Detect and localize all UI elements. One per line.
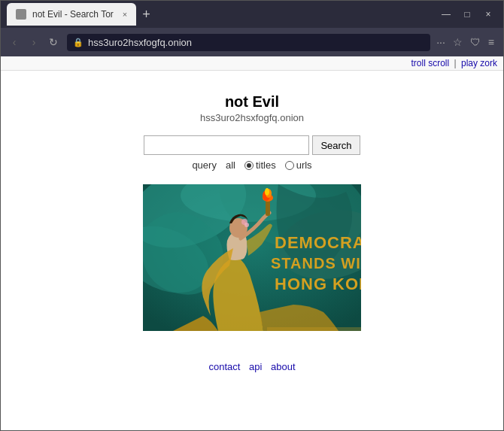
maximize-button[interactable]: □ [461, 9, 473, 20]
search-area: Search query all titles urls [144, 135, 360, 171]
titles-label: titles [256, 159, 276, 171]
search-options: query all titles urls [192, 159, 311, 171]
minimize-button[interactable]: — [440, 9, 452, 20]
svg-rect-9 [266, 199, 270, 216]
link-separator: | [454, 58, 457, 68]
svg-point-8 [244, 223, 249, 227]
tab-title: not Evil - Search Tor [32, 9, 114, 20]
more-button[interactable]: ··· [436, 36, 445, 48]
svg-text:DEMOCRACY: DEMOCRACY [275, 233, 361, 252]
star-button[interactable]: ☆ [453, 36, 463, 48]
address-text: hss3uro2hsxfogfq.onion [88, 37, 192, 48]
window-controls: — □ × [440, 9, 497, 20]
forward-button[interactable]: › [26, 36, 41, 48]
search-button[interactable]: Search [312, 135, 360, 155]
new-tab-button[interactable]: + [142, 7, 150, 23]
footer-links: contact api about [208, 361, 295, 372]
site-url: hss3uro2hsxfogfq.onion [200, 112, 304, 123]
page-content: not Evil hss3uro2hsxfogfq.onion Search q… [1, 71, 503, 430]
nav-buttons: ‹ › ↻ [7, 36, 61, 48]
svg-text:STANDS WITH: STANDS WITH [271, 255, 361, 272]
reload-button[interactable]: ↻ [46, 36, 61, 48]
tab-close-button[interactable]: × [123, 10, 127, 19]
shield-button[interactable]: 🛡 [470, 36, 481, 48]
contact-link[interactable]: contact [208, 361, 240, 372]
query-label: query [192, 159, 217, 171]
all-label: all [226, 159, 235, 171]
close-button[interactable]: × [482, 9, 494, 20]
about-link[interactable]: about [271, 361, 296, 372]
address-bar: ‹ › ↻ 🔒 hss3uro2hsxfogfq.onion ··· ☆ 🛡 ≡ [1, 28, 503, 56]
api-link[interactable]: api [249, 361, 262, 372]
urls-option[interactable]: urls [285, 159, 312, 171]
urls-radio[interactable] [285, 161, 294, 170]
svg-text:HONG KONG: HONG KONG [275, 275, 361, 293]
tab-favicon [16, 9, 26, 20]
toolbar-icons: ··· ☆ 🛡 ≡ [436, 36, 497, 48]
search-row: Search [144, 135, 360, 155]
back-button[interactable]: ‹ [7, 36, 22, 48]
urls-label: urls [296, 159, 312, 171]
titles-option[interactable]: titles [244, 159, 276, 171]
browser-tab[interactable]: not Evil - Search Tor × [7, 3, 136, 26]
address-input-wrap[interactable]: 🔒 hss3uro2hsxfogfq.onion [67, 34, 430, 51]
lock-icon: 🔒 [73, 38, 83, 47]
titles-radio[interactable] [244, 161, 254, 170]
browser-window: not Evil - Search Tor × + — □ × ‹ › ↻ 🔒 … [0, 0, 504, 431]
top-right-links: troll scroll | play zork [1, 56, 503, 71]
banner-image: DEMOCRACY STANDS WITH HONG KONG [143, 184, 361, 331]
svg-point-13 [265, 188, 269, 196]
menu-button[interactable]: ≡ [488, 36, 494, 48]
svg-rect-15 [267, 327, 361, 331]
search-input[interactable] [144, 135, 309, 155]
site-title: not Evil [225, 93, 279, 111]
troll-scroll-link[interactable]: troll scroll [411, 58, 449, 68]
title-bar: not Evil - Search Tor × + — □ × [1, 1, 503, 28]
play-zork-link[interactable]: play zork [461, 58, 497, 68]
